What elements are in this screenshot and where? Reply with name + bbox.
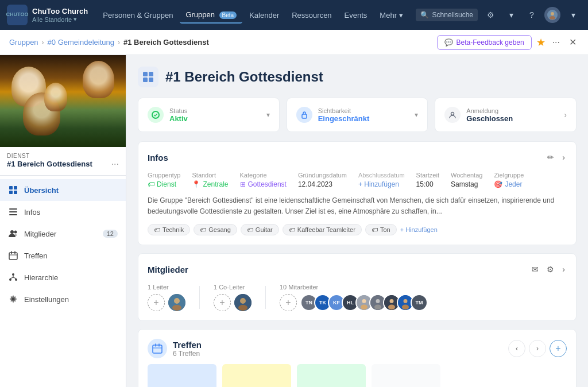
leiter-group: 1 Leiter + — [148, 284, 185, 311]
treffen-title: Treffen — [173, 340, 202, 350]
chevron-down-icon[interactable]: ▾ — [74, 16, 77, 23]
mail-icon[interactable]: ✉ — [530, 263, 540, 276]
treffen-prev-button[interactable]: ‹ — [508, 340, 525, 357]
meta-kategorie: Kategorie ⊞ Gottesdienst — [240, 172, 287, 188]
chevron-tools-icon[interactable]: ▾ — [503, 7, 519, 23]
gear-icon[interactable]: ⚙ — [545, 263, 556, 276]
mitglieder-card-actions: ✉ ⚙ › — [530, 263, 567, 276]
sidebar-item-treffen[interactable]: Treffen — [0, 245, 126, 266]
mitglieder-card-header: Mitglieder ✉ ⚙ › — [148, 263, 567, 276]
nav-item-personen[interactable]: Personen & Gruppen — [97, 7, 179, 23]
tag-add-button[interactable]: + Hinzufügen — [400, 226, 438, 233]
breadcrumb-bar: Gruppen › #0 Gemeindeleitung › #1 Bereic… — [0, 30, 588, 55]
breadcrumb-sep-1: › — [42, 38, 44, 47]
tag-gesang[interactable]: 🏷 Gesang — [194, 224, 237, 235]
tag-icon: 🏷 — [154, 226, 160, 233]
meta-standort-label: Standort — [192, 172, 228, 179]
sichtbarkeit-chevron-icon[interactable]: ▾ — [415, 111, 418, 119]
mitarbeiter-group: 10 Mitarbeiter + TN TK KF HL — [280, 284, 428, 311]
treffen-card-4 — [372, 364, 440, 387]
logo-area[interactable]: CHUTOO ChuToo Church Alle Standorte ▾ — [7, 5, 88, 25]
app-logo: CHUTOO — [7, 5, 28, 25]
lock-icon — [296, 107, 312, 123]
avatar-tm: TM — [411, 294, 428, 311]
anmeldung-value: Geschlossen — [466, 114, 513, 123]
svg-rect-7 — [9, 208, 17, 210]
nav-item-ressourcen[interactable]: Ressourcen — [286, 7, 337, 23]
sidebar-group-title: #1 Bereich Gottesdienst — [7, 160, 92, 169]
mitarbeiter-add-button[interactable]: + — [280, 294, 297, 311]
nav-item-gruppen[interactable]: Gruppen Beta — [180, 7, 242, 24]
infos-expand-icon[interactable]: › — [560, 151, 567, 164]
mitglieder-card: Mitglieder ✉ ⚙ › 1 Leiter + — [138, 253, 577, 321]
sidebar-more-icon[interactable]: ··· — [111, 159, 119, 169]
infos-card-actions: ✏ › — [546, 151, 567, 164]
treffen-card: Treffen 6 Treffen ‹ › + — [138, 329, 577, 387]
svg-rect-6 — [14, 191, 17, 194]
profile-chevron-icon[interactable]: ▾ — [565, 7, 581, 23]
svg-rect-23 — [143, 72, 148, 76]
status-label: Status — [169, 107, 188, 114]
help-button[interactable]: ? — [524, 7, 540, 23]
breadcrumb-gemeindeleitung[interactable]: #0 Gemeindeleitung — [48, 38, 114, 47]
list-icon — [8, 207, 18, 217]
close-button[interactable]: ✕ — [567, 34, 579, 50]
meta-zielgruppe-value: 🎯 Jeder — [494, 180, 524, 188]
meta-standort-value: 📍 Zentrale — [192, 180, 228, 188]
tag-technik[interactable]: 🏷 Technik — [148, 224, 190, 235]
more-button[interactable]: ··· — [550, 35, 562, 50]
svg-point-41 — [374, 305, 381, 310]
meta-abschlussdatum-add[interactable]: + Hinzufügen — [358, 180, 405, 188]
tools-button[interactable]: ⚙ — [482, 7, 498, 23]
sidebar-label-treffen: Treffen — [24, 251, 47, 260]
svg-rect-26 — [149, 78, 153, 82]
search-area[interactable]: 🔍 Schnellsuche — [416, 9, 478, 21]
meta-gruendungsdatum: Gründungsdatum 12.04.2023 — [298, 172, 347, 188]
treffen-card-2 — [222, 364, 291, 387]
group-icon — [138, 67, 158, 87]
leiter-add-button[interactable]: + — [148, 294, 165, 311]
breadcrumb-gruppen[interactable]: Gruppen — [9, 38, 38, 47]
tag-ton[interactable]: 🏷 Ton — [365, 224, 397, 235]
treffen-actions: ‹ › + — [508, 340, 567, 357]
nav-item-events[interactable]: Events — [339, 7, 373, 23]
mitglieder-card-title: Mitglieder — [148, 265, 188, 274]
tag-kaffeebar[interactable]: 🏷 Kaffeebar Teamleiter — [283, 224, 362, 235]
app-subtitle: Alle Standorte ▾ — [32, 16, 88, 23]
page-title: #1 Bereich Gottesdienst — [165, 69, 323, 85]
sidebar-item-einstellungen[interactable]: Einstellungen — [0, 288, 126, 310]
chat-icon: 💬 — [444, 38, 453, 47]
svg-rect-28 — [302, 114, 307, 118]
anmeldung-info: Anmeldung Geschlossen — [466, 107, 513, 123]
mitglieder-expand-icon[interactable]: › — [560, 263, 567, 276]
edit-icon[interactable]: ✏ — [546, 151, 556, 164]
sidebar-type-label: Dienst — [7, 153, 119, 159]
anmeldung-chevron-icon[interactable]: › — [564, 110, 567, 119]
svg-point-47 — [402, 305, 409, 310]
app-name-area: ChuToo Church Alle Standorte ▾ — [32, 7, 88, 23]
tag-icon-3: 🏷 — [247, 226, 253, 233]
sidebar-item-ubersicht[interactable]: Übersicht — [0, 179, 126, 201]
main-content: #1 Bereich Gottesdienst Status Aktiv ▾ — [126, 55, 588, 387]
beta-feedback-button[interactable]: 💬 Beta-Feedback geben — [437, 35, 532, 50]
top-navigation: CHUTOO ChuToo Church Alle Standorte ▾ Pe… — [0, 0, 588, 30]
sidebar-item-mitglieder[interactable]: Mitglieder 12 — [0, 223, 126, 245]
notifications-button[interactable] — [544, 7, 560, 23]
treffen-next-button[interactable]: › — [529, 340, 546, 357]
status-chevron-icon[interactable]: ▾ — [266, 111, 270, 119]
search-icon: 🔍 — [420, 11, 429, 19]
tag-guitar[interactable]: 🏷 Guitar — [241, 224, 279, 235]
nav-item-kalender[interactable]: Kalender — [243, 7, 285, 23]
svg-point-35 — [238, 305, 247, 311]
treffen-add-button[interactable]: + — [550, 340, 567, 357]
sidebar-label-hierarchie: Hierarchie — [24, 273, 58, 282]
treffen-title-area: Treffen 6 Treffen — [148, 339, 202, 358]
co-leiter-label: 1 Co-Leiter — [214, 284, 252, 291]
sidebar-item-infos[interactable]: Infos — [0, 201, 126, 223]
svg-rect-5 — [9, 191, 13, 194]
nav-item-mehr[interactable]: Mehr ▾ — [374, 7, 408, 23]
star-button[interactable]: ★ — [536, 36, 546, 49]
co-leiter-add-button[interactable]: + — [214, 294, 231, 311]
sidebar-item-hierarchie[interactable]: Hierarchie — [0, 266, 126, 288]
search-label: Schnellsuche — [432, 11, 473, 19]
